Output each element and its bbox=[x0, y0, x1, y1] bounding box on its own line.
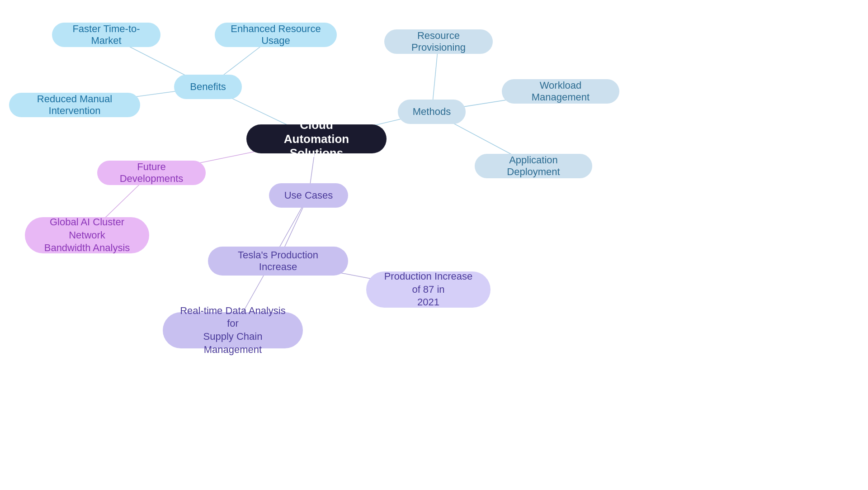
teslas-prod-node: Tesla's Production Increase bbox=[208, 247, 348, 276]
teslas-prod-label: Tesla's Production Increase bbox=[221, 249, 335, 273]
realtime-data-node: Real-time Data Analysis for Supply Chain… bbox=[163, 312, 303, 348]
use-cases-label: Use Cases bbox=[284, 190, 333, 201]
reduced-manual-node: Reduced Manual Intervention bbox=[9, 93, 140, 117]
methods-label: Methods bbox=[413, 106, 451, 118]
reduced-manual-label: Reduced Manual Intervention bbox=[22, 93, 127, 117]
benefits-node: Benefits bbox=[174, 75, 242, 99]
methods-node: Methods bbox=[398, 100, 466, 124]
workload-mgmt-node: Workload Management bbox=[502, 79, 619, 104]
realtime-data-label: Real-time Data Analysis for Supply Chain… bbox=[175, 304, 290, 356]
future-dev-label: Future Developments bbox=[110, 161, 193, 185]
prod-increase-node: Production Increase of 87 in 2021 bbox=[366, 271, 491, 308]
prod-increase-label: Production Increase of 87 in 2021 bbox=[379, 270, 478, 309]
app-deploy-label: Application Deployment bbox=[487, 154, 580, 178]
app-deploy-node: Application Deployment bbox=[475, 154, 592, 178]
workload-mgmt-label: Workload Management bbox=[514, 80, 607, 103]
faster-time-node: Faster Time-to-Market bbox=[52, 23, 160, 47]
global-ai-label: Global AI Cluster Network Bandwidth Anal… bbox=[38, 216, 137, 255]
center-label: Cloud Automation Solutions bbox=[269, 118, 364, 160]
future-dev-node: Future Developments bbox=[97, 161, 206, 185]
global-ai-node: Global AI Cluster Network Bandwidth Anal… bbox=[25, 217, 149, 253]
use-cases-node: Use Cases bbox=[269, 183, 348, 208]
faster-time-label: Faster Time-to-Market bbox=[65, 23, 148, 47]
benefits-label: Benefits bbox=[190, 81, 226, 93]
center-node: Cloud Automation Solutions bbox=[246, 124, 387, 153]
enhanced-resource-label: Enhanced Resource Usage bbox=[227, 23, 324, 47]
enhanced-resource-node: Enhanced Resource Usage bbox=[215, 23, 337, 47]
resource-prov-node: Resource Provisioning bbox=[384, 29, 493, 54]
resource-prov-label: Resource Provisioning bbox=[397, 30, 480, 53]
